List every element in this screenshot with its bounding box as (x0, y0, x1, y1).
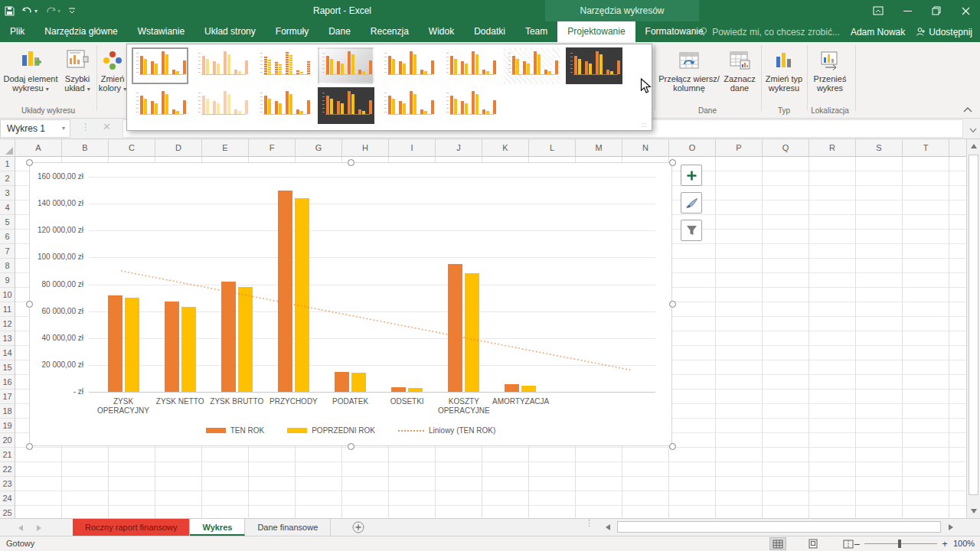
selection-handle[interactable] (26, 159, 33, 166)
column-header-G[interactable]: G (296, 139, 342, 156)
column-header-C[interactable]: C (109, 139, 155, 156)
sheet-nav-left-icon[interactable] (18, 525, 23, 531)
bar-ten-rok-amortyzacja[interactable] (505, 384, 519, 392)
tab-narzędzia-główne[interactable]: Narzędzia główne (34, 21, 127, 42)
chart-style-styl-12[interactable] (318, 87, 374, 124)
bar-ten-rok-zysk-netto[interactable] (165, 302, 179, 392)
tab-team[interactable]: Team (515, 21, 557, 42)
chart-style-styl-3[interactable] (256, 47, 312, 84)
sheet-nav-right-icon[interactable] (37, 525, 41, 531)
close-button[interactable] (951, 0, 980, 21)
bar-ten-rok-przychody[interactable] (278, 191, 292, 392)
column-header-H[interactable]: H (342, 139, 389, 156)
chart[interactable]: - zł20 000,00 zł40 000,00 zł60 000,00 zł… (29, 162, 672, 446)
tab-wstawianie[interactable]: Wstawianie (128, 21, 194, 42)
tab-scrollbar-splitter[interactable]: ⋮ (585, 521, 593, 525)
name-box-caret[interactable]: ▾ (62, 120, 65, 137)
h-scroll-right[interactable] (944, 520, 956, 534)
scroll-up-icon[interactable] (971, 144, 977, 148)
column-header-J[interactable]: J (436, 139, 482, 156)
save-button[interactable] (5, 6, 15, 16)
chart-style-styl-7[interactable] (504, 47, 560, 84)
expand-formula-bar-icon[interactable] (969, 125, 977, 135)
row-header-11[interactable]: 11 (0, 302, 15, 317)
chart-style-styl-2[interactable] (194, 47, 250, 84)
sheet-tab-wykres[interactable]: Wykres (190, 519, 245, 536)
row-header-19[interactable]: 19 (0, 419, 15, 433)
tab-plik[interactable]: Plik (0, 21, 34, 42)
vertical-scroll-thumb[interactable] (969, 155, 978, 495)
row-header-16[interactable]: 16 (0, 375, 15, 390)
selection-handle[interactable] (348, 159, 354, 166)
bar-ten-rok-podatek[interactable] (335, 372, 349, 392)
column-header-M[interactable]: M (576, 139, 622, 156)
tab-dodatki[interactable]: Dodatki (464, 21, 515, 42)
row-header-21[interactable]: 21 (0, 448, 15, 462)
row-header-6[interactable]: 6 (0, 230, 15, 244)
sheet-tab-dane-finansowe[interactable]: Dane finansowe (245, 519, 331, 536)
column-header-I[interactable]: I (389, 139, 436, 156)
share-button[interactable]: Udostępnij (916, 27, 972, 37)
row-header-13[interactable]: 13 (0, 331, 15, 346)
row-header-14[interactable]: 14 (0, 346, 15, 360)
bar-ten-rok-koszty-operacyjne[interactable] (448, 264, 462, 392)
row-header-7[interactable]: 7 (0, 244, 15, 259)
row-header-12[interactable]: 12 (0, 317, 15, 331)
column-header-B[interactable]: B (62, 139, 109, 156)
chart-style-styl-4[interactable] (318, 47, 374, 84)
column-header-P[interactable]: P (716, 139, 763, 156)
zoom-out-button[interactable]: − (854, 538, 860, 550)
tab-układ-strony[interactable]: Układ strony (194, 21, 266, 42)
restore-button[interactable] (922, 0, 951, 21)
chart-style-styl-10[interactable] (194, 87, 250, 124)
row-header-18[interactable]: 18 (0, 404, 15, 419)
redo-button[interactable]: ▾ (45, 6, 60, 15)
row-header-9[interactable]: 9 (0, 273, 15, 288)
minimize-button[interactable] (893, 0, 922, 21)
h-scroll-left[interactable] (602, 520, 614, 534)
new-sheet-button[interactable] (352, 521, 364, 536)
chart-styles-button[interactable] (681, 192, 702, 214)
selection-handle[interactable] (669, 443, 676, 450)
bar-poprzedni-rok-koszty-operacyjne[interactable] (465, 273, 479, 392)
row-header-22[interactable]: 22 (0, 462, 15, 477)
row-header-1[interactable]: 1 (0, 157, 15, 171)
bar-ten-rok-odsetki[interactable] (391, 387, 406, 392)
column-header-T[interactable]: T (903, 139, 949, 156)
change-colors-button[interactable]: Zmień kolory ▾ (98, 44, 127, 112)
chart-style-styl-1[interactable] (132, 47, 188, 84)
row-header-15[interactable]: 15 (0, 360, 15, 375)
formula-bar-splitter[interactable]: ⋮ (81, 122, 90, 132)
change-chart-type-button[interactable]: Zmień typ wykresu (764, 44, 804, 112)
row-header-10[interactable]: 10 (0, 288, 15, 302)
account-name[interactable]: Adam Nowak (851, 27, 905, 37)
horizontal-scroll-thumb[interactable] (617, 521, 941, 533)
column-header-Q[interactable]: Q (763, 139, 809, 156)
horizontal-scrollbar[interactable] (614, 520, 944, 534)
bar-poprzedni-rok-odsetki[interactable] (408, 388, 423, 392)
zoom-slider-handle[interactable] (898, 540, 901, 548)
column-header-O[interactable]: O (669, 139, 716, 156)
page-layout-view-button[interactable] (805, 537, 822, 550)
bar-poprzedni-rok-zysk-brutto[interactable] (238, 287, 253, 392)
chart-filters-button[interactable] (681, 220, 702, 241)
column-header-R[interactable]: R (809, 139, 856, 156)
row-header-17[interactable]: 17 (0, 390, 15, 404)
chart-style-styl-11[interactable] (256, 87, 312, 124)
bar-poprzedni-rok-podatek[interactable] (351, 373, 366, 392)
column-header-A[interactable]: A (15, 139, 62, 156)
bar-poprzedni-rok-przychody[interactable] (295, 198, 309, 392)
column-header-D[interactable]: D (155, 139, 202, 156)
row-header-23[interactable]: 23 (0, 477, 15, 491)
chart-style-styl-6[interactable] (442, 47, 498, 84)
collapse-ribbon-button[interactable] (963, 104, 974, 112)
zoom-in-button[interactable]: + (942, 538, 948, 549)
quick-layout-button[interactable]: Szybki układ ▾ (60, 44, 95, 112)
column-header-S[interactable]: S (856, 139, 903, 156)
column-header-U[interactable]: U (949, 139, 966, 156)
bar-poprzedni-rok-zysk-operacyjny[interactable] (125, 298, 139, 392)
column-header-K[interactable]: K (482, 139, 529, 156)
chart-style-styl-8[interactable] (566, 47, 622, 84)
bar-ten-rok-zysk-operacyjny[interactable] (108, 295, 122, 392)
tab-projektowanie[interactable]: Projektowanie (557, 21, 635, 42)
